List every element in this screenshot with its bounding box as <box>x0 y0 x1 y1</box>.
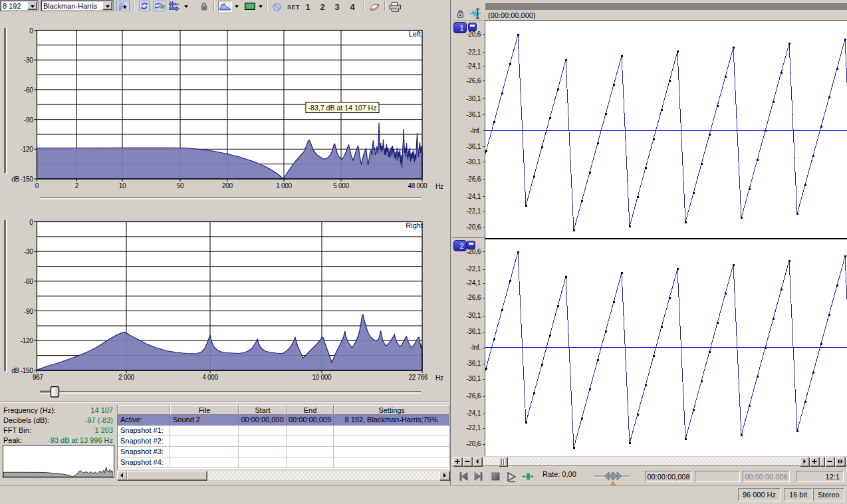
svg-text:-60: -60 <box>24 278 33 285</box>
svg-text:-60: -60 <box>24 86 33 94</box>
svg-text:48 000: 48 000 <box>408 182 428 189</box>
svg-text:0: 0 <box>35 182 39 189</box>
svg-text:200: 200 <box>222 182 233 189</box>
svg-text:Hz: Hz <box>435 374 443 382</box>
svg-text:-150: -150 <box>21 176 34 183</box>
svg-text:4 000: 4 000 <box>202 374 218 381</box>
svg-text:-30: -30 <box>24 248 33 255</box>
svg-text:-90: -90 <box>24 116 33 124</box>
svg-text:967: 967 <box>33 374 44 381</box>
svg-text:2 000: 2 000 <box>118 374 134 381</box>
svg-text:22 766: 22 766 <box>409 374 429 381</box>
svg-text:-83,7 dB at 14 107 Hz: -83,7 dB at 14 107 Hz <box>308 104 377 112</box>
svg-text:0: 0 <box>29 27 33 35</box>
svg-text:5 000: 5 000 <box>333 182 349 189</box>
svg-text:10 000: 10 000 <box>312 374 332 381</box>
svg-text:0: 0 <box>29 219 33 226</box>
svg-text:-120: -120 <box>21 146 34 153</box>
svg-text:-90: -90 <box>24 308 33 315</box>
svg-text:dB: dB <box>11 367 19 374</box>
svg-text:dB: dB <box>11 176 19 183</box>
svg-text:Hz: Hz <box>435 183 443 190</box>
svg-text:-120: -120 <box>21 337 34 344</box>
svg-text:Left: Left <box>409 30 421 38</box>
svg-text:50: 50 <box>177 182 184 189</box>
svg-text:10: 10 <box>119 182 126 189</box>
svg-text:-30: -30 <box>24 57 33 64</box>
svg-text:Right: Right <box>406 221 423 229</box>
svg-text:2: 2 <box>75 182 79 189</box>
svg-text:1 000: 1 000 <box>276 182 292 189</box>
svg-text:-150: -150 <box>21 367 34 374</box>
